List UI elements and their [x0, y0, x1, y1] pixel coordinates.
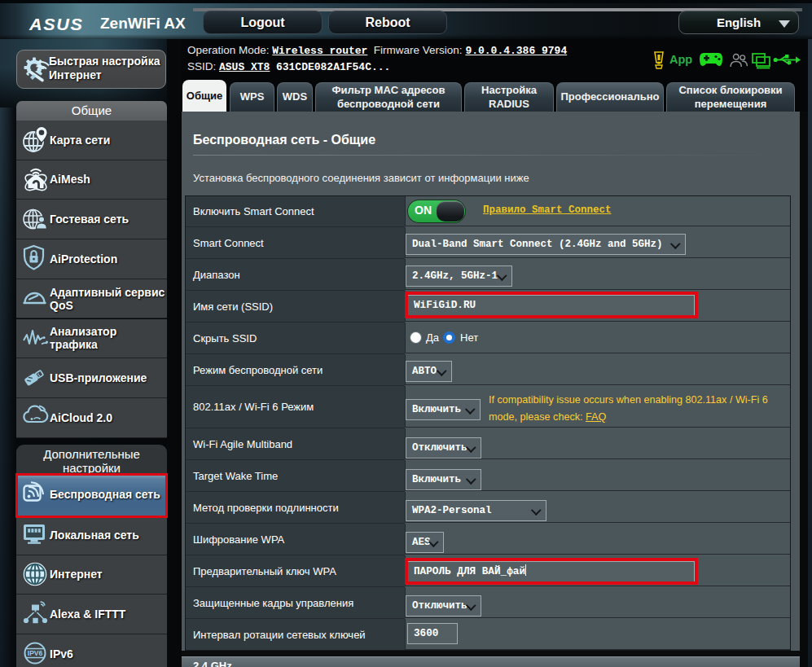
svg-text:IPV6: IPV6: [28, 649, 43, 657]
